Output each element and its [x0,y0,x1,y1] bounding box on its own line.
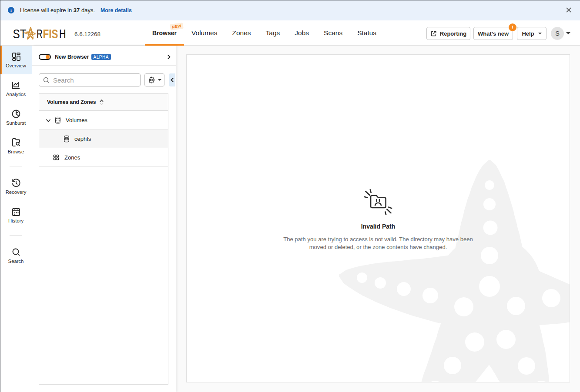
svg-text:R: R [37,27,43,41]
svg-text:ST: ST [13,27,27,41]
svg-text:FIS: FIS [43,27,58,41]
svg-text:H: H [59,27,66,41]
